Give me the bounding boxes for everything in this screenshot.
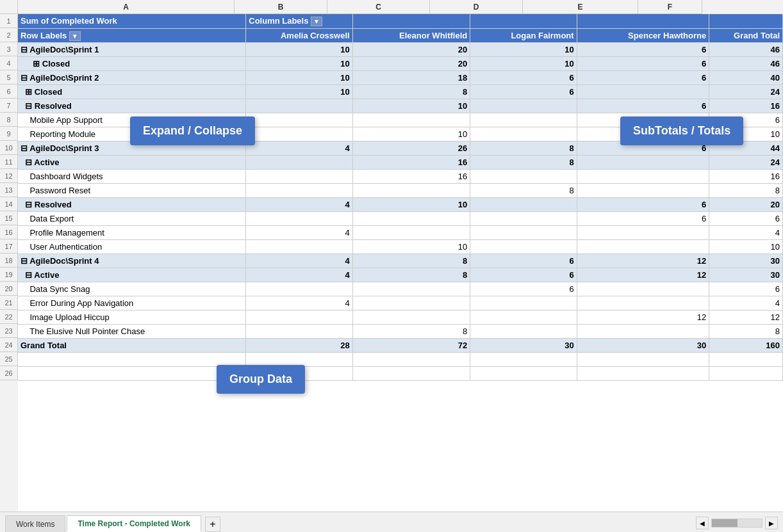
row-numbers: 1 2 3 4 5 6 7 8 9 10 11 12 13 14 15 16 1… [0, 14, 18, 512]
col-header-e[interactable]: E [523, 0, 638, 14]
cell-r15-d [470, 211, 577, 225]
cell-r11-a: ⊟ Active [18, 155, 246, 169]
row-num-16: 16 [0, 225, 18, 239]
tab-time-report-label: Time Report - Completed Work [78, 519, 190, 528]
table-row: ⊟ Active 4 8 6 12 30 [18, 268, 783, 282]
row-num-3: 3 [0, 42, 18, 56]
col-header-c[interactable]: C [327, 0, 430, 14]
row-num-15: 15 [0, 211, 18, 225]
cell-r7-b [246, 99, 352, 113]
row-num-21: 21 [0, 296, 18, 310]
col-header-d[interactable]: D [430, 0, 523, 14]
row-num-10: 10 [0, 141, 18, 155]
expand-collapse-tooltip: Expand / Collapse [130, 117, 255, 145]
cell-r4-a: ⊞ Closed [18, 56, 246, 70]
cell-r11-e [577, 155, 709, 169]
cell-r22-d [470, 310, 577, 324]
cell-r1-d [470, 14, 577, 28]
add-sheet-button[interactable]: + [205, 517, 220, 532]
cell-r21-d [470, 296, 577, 310]
table-row: ⊟ AgileDoc\Sprint 1 10 20 10 6 46 [18, 42, 783, 56]
cell-r25-b [246, 352, 352, 366]
scrollbar-thumb[interactable] [712, 519, 738, 527]
corner-header [0, 0, 18, 14]
cell-r21-c [352, 296, 470, 310]
cell-r2-b: Amelia Crosswell [246, 28, 352, 42]
cell-r10-c: 26 [352, 141, 470, 155]
cell-r6-a: ⊞ Closed [18, 85, 246, 99]
cell-r26-c [352, 366, 470, 380]
table-row: ⊟ AgileDoc\Sprint 2 10 18 6 6 40 [18, 70, 783, 85]
row-num-11: 11 [0, 155, 18, 169]
cell-r3-a: ⊟ AgileDoc\Sprint 1 [18, 42, 246, 56]
row-num-8: 8 [0, 113, 18, 127]
cell-r7-a: ⊟ Resolved [18, 99, 246, 113]
group-data-tooltip: Group Data [217, 365, 305, 394]
cell-r23-f: 8 [709, 324, 783, 338]
cell-r12-a: Dashboard Widgets [18, 169, 246, 183]
cell-r19-d: 6 [470, 268, 577, 282]
cell-r2-d: Logan Fairmont [470, 28, 577, 42]
cell-r16-a: Profile Management [18, 225, 246, 239]
table-row: The Elusive Null Pointer Chase 8 8 [18, 324, 783, 338]
cell-r24-b: 28 [246, 338, 352, 352]
cell-r3-b: 10 [246, 42, 352, 56]
cell-r16-d [470, 225, 577, 239]
cell-r5-f: 40 [709, 70, 783, 85]
row-labels-dropdown[interactable]: ▼ [69, 31, 81, 41]
col-header-b[interactable]: B [235, 0, 327, 14]
scroll-right-button[interactable]: ▶ [765, 517, 778, 529]
cell-r17-e [577, 239, 709, 254]
table-row: Password Reset 8 8 [18, 183, 783, 197]
cell-r4-d: 10 [470, 56, 577, 70]
cell-r10-d: 8 [470, 141, 577, 155]
table-row: ⊞ Closed 10 20 10 6 46 [18, 56, 783, 70]
cell-r19-b: 4 [246, 268, 352, 282]
cell-r19-e: 12 [577, 268, 709, 282]
cell-r11-d: 8 [470, 155, 577, 169]
table-row: Profile Management 4 4 [18, 225, 783, 239]
cell-r5-d: 6 [470, 70, 577, 85]
cell-r13-d: 8 [470, 183, 577, 197]
cell-r21-b: 4 [246, 296, 352, 310]
cell-r24-e: 30 [577, 338, 709, 352]
cell-r4-b: 10 [246, 56, 352, 70]
cell-r25-f [709, 352, 783, 366]
cell-r25-c [352, 352, 470, 366]
cell-r12-c: 16 [352, 169, 470, 183]
cell-r14-e: 6 [577, 197, 709, 211]
cell-r13-b [246, 183, 352, 197]
row-num-13: 13 [0, 183, 18, 197]
scroll-left-button[interactable]: ◀ [696, 517, 709, 529]
cell-r26-e [577, 366, 709, 380]
cell-r18-e: 12 [577, 254, 709, 268]
cell-r7-e: 6 [577, 99, 709, 113]
column-headers-row: A B C D E F [0, 0, 783, 14]
cell-r12-b [246, 169, 352, 183]
cell-r6-d: 6 [470, 85, 577, 99]
cell-r22-b [246, 310, 352, 324]
cell-r21-a: Error During App Navigation [18, 296, 246, 310]
cell-r20-b [246, 282, 352, 296]
col-header-a[interactable]: A [18, 0, 235, 14]
cell-r19-a: ⊟ Active [18, 268, 246, 282]
row-num-19: 19 [0, 268, 18, 282]
cell-r12-e [577, 169, 709, 183]
cell-r24-d: 30 [470, 338, 577, 352]
table-row [18, 366, 783, 380]
cell-r21-e [577, 296, 709, 310]
row-num-6: 6 [0, 85, 18, 99]
row-num-2: 2 [0, 28, 18, 42]
cell-r22-f: 12 [709, 310, 783, 324]
cell-r17-c: 10 [352, 239, 470, 254]
tab-work-items[interactable]: Work Items [5, 515, 65, 532]
tab-time-report[interactable]: Time Report - Completed Work [67, 515, 201, 532]
col-header-f[interactable]: F [638, 0, 702, 14]
cell-r14-f: 20 [709, 197, 783, 211]
table-row: User Authentication 10 10 [18, 239, 783, 254]
horizontal-scrollbar[interactable] [711, 519, 762, 528]
cell-r12-d [470, 169, 577, 183]
table-row: ⊟ AgileDoc\Sprint 4 4 8 6 12 30 [18, 254, 783, 268]
column-labels-dropdown[interactable]: ▼ [311, 17, 322, 26]
cell-r21-f: 4 [709, 296, 783, 310]
